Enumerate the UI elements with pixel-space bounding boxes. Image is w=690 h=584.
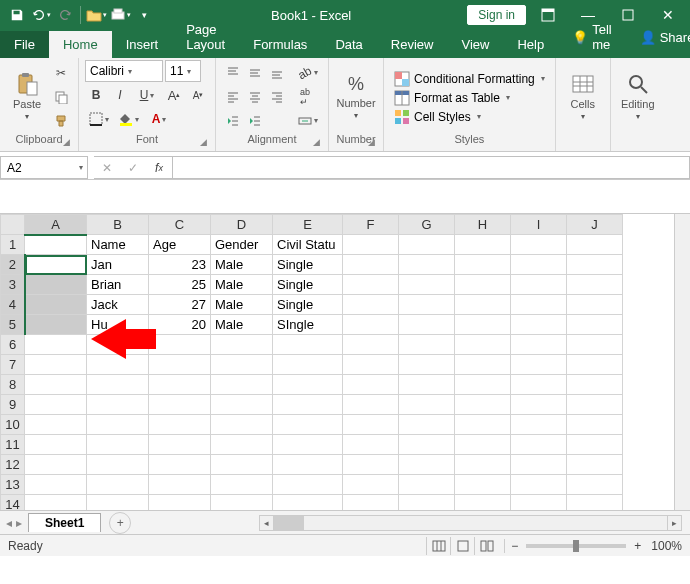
row-header-14[interactable]: 14 — [1, 495, 25, 511]
page-layout-view-button[interactable] — [450, 537, 474, 555]
cell-D8[interactable] — [211, 375, 273, 395]
align-bottom-button[interactable] — [266, 62, 288, 84]
cell-G13[interactable] — [399, 475, 455, 495]
cell-C7[interactable] — [149, 355, 211, 375]
cell-C12[interactable] — [149, 455, 211, 475]
cell-I10[interactable] — [511, 415, 567, 435]
cell-F6[interactable] — [343, 335, 399, 355]
cell-J9[interactable] — [567, 395, 623, 415]
format-as-table-button[interactable]: Format as Table▾ — [390, 89, 549, 107]
cell-C4[interactable]: 27 — [149, 295, 211, 315]
tab-review[interactable]: Review — [377, 31, 448, 58]
number-format-button[interactable]: % Number▾ — [335, 74, 377, 120]
cell-I6[interactable] — [511, 335, 567, 355]
cell-H5[interactable] — [455, 315, 511, 335]
row-header-2[interactable]: 2 — [1, 255, 25, 275]
cell-E6[interactable] — [273, 335, 343, 355]
cell-G7[interactable] — [399, 355, 455, 375]
cell-I3[interactable] — [511, 275, 567, 295]
row-header-13[interactable]: 13 — [1, 475, 25, 495]
cell-A2[interactable] — [25, 255, 87, 275]
customize-qat-button[interactable]: ▾ — [133, 3, 155, 27]
cell-J8[interactable] — [567, 375, 623, 395]
wrap-text-button[interactable]: ab↵ — [294, 86, 316, 108]
cell-D11[interactable] — [211, 435, 273, 455]
row-header-4[interactable]: 4 — [1, 295, 25, 315]
row-header-1[interactable]: 1 — [1, 235, 25, 255]
orientation-button[interactable]: ab▾ — [294, 62, 322, 84]
tab-data[interactable]: Data — [321, 31, 376, 58]
cell-C13[interactable] — [149, 475, 211, 495]
col-header-F[interactable]: F — [343, 215, 399, 235]
cell-J14[interactable] — [567, 495, 623, 511]
cell-G8[interactable] — [399, 375, 455, 395]
cell-E11[interactable] — [273, 435, 343, 455]
cell-A3[interactable] — [25, 275, 87, 295]
underline-button[interactable]: U▾ — [133, 84, 161, 106]
col-header-A[interactable]: A — [25, 215, 87, 235]
cell-D9[interactable] — [211, 395, 273, 415]
cell-C5[interactable]: 20 — [149, 315, 211, 335]
cell-J7[interactable] — [567, 355, 623, 375]
cell-B4[interactable]: Jack — [87, 295, 149, 315]
cell-J1[interactable] — [567, 235, 623, 255]
cell-J6[interactable] — [567, 335, 623, 355]
cell-H10[interactable] — [455, 415, 511, 435]
align-middle-button[interactable] — [244, 62, 266, 84]
name-box[interactable]: A2▾ — [0, 156, 88, 179]
cell-I12[interactable] — [511, 455, 567, 475]
cell-J11[interactable] — [567, 435, 623, 455]
cell-I11[interactable] — [511, 435, 567, 455]
font-dialog-launcher[interactable]: ◢ — [197, 137, 209, 149]
cells-button[interactable]: Cells▾ — [562, 72, 604, 121]
paste-button[interactable]: Paste▾ — [6, 72, 48, 121]
clipboard-dialog-launcher[interactable]: ◢ — [60, 137, 72, 149]
col-header-E[interactable]: E — [273, 215, 343, 235]
cell-B12[interactable] — [87, 455, 149, 475]
cell-F4[interactable] — [343, 295, 399, 315]
cell-F1[interactable] — [343, 235, 399, 255]
undo-button[interactable]: ▾ — [30, 3, 52, 27]
cell-A9[interactable] — [25, 395, 87, 415]
cell-D13[interactable] — [211, 475, 273, 495]
cell-G2[interactable] — [399, 255, 455, 275]
quick-print-button[interactable]: ▾ — [109, 3, 131, 27]
cell-B11[interactable] — [87, 435, 149, 455]
open-button[interactable]: ▾ — [85, 3, 107, 27]
cell-A13[interactable] — [25, 475, 87, 495]
cell-F9[interactable] — [343, 395, 399, 415]
cell-I9[interactable] — [511, 395, 567, 415]
cell-A5[interactable] — [25, 315, 87, 335]
cell-B2[interactable]: Jan — [87, 255, 149, 275]
zoom-in-button[interactable]: + — [634, 539, 641, 553]
cell-G14[interactable] — [399, 495, 455, 511]
cell-I5[interactable] — [511, 315, 567, 335]
alignment-dialog-launcher[interactable]: ◢ — [310, 137, 322, 149]
cell-E3[interactable]: Single — [273, 275, 343, 295]
cell-F11[interactable] — [343, 435, 399, 455]
cell-A6[interactable] — [25, 335, 87, 355]
cell-B1[interactable]: Name — [87, 235, 149, 255]
cell-E13[interactable] — [273, 475, 343, 495]
cell-C14[interactable] — [149, 495, 211, 511]
cell-C2[interactable]: 23 — [149, 255, 211, 275]
cell-H3[interactable] — [455, 275, 511, 295]
cell-E7[interactable] — [273, 355, 343, 375]
cell-H6[interactable] — [455, 335, 511, 355]
cell-F10[interactable] — [343, 415, 399, 435]
cell-C3[interactable]: 25 — [149, 275, 211, 295]
cell-G3[interactable] — [399, 275, 455, 295]
font-name-combo[interactable]: Calibri▾ — [85, 60, 163, 82]
col-header-H[interactable]: H — [455, 215, 511, 235]
cell-A10[interactable] — [25, 415, 87, 435]
cell-A8[interactable] — [25, 375, 87, 395]
row-header-9[interactable]: 9 — [1, 395, 25, 415]
row-header-6[interactable]: 6 — [1, 335, 25, 355]
cell-E4[interactable]: Single — [273, 295, 343, 315]
editing-button[interactable]: Editing▾ — [617, 72, 659, 121]
tab-page-layout[interactable]: Page Layout — [172, 16, 239, 58]
horizontal-scrollbar[interactable]: ◂▸ — [259, 515, 682, 531]
cell-E12[interactable] — [273, 455, 343, 475]
cell-B10[interactable] — [87, 415, 149, 435]
cell-I4[interactable] — [511, 295, 567, 315]
